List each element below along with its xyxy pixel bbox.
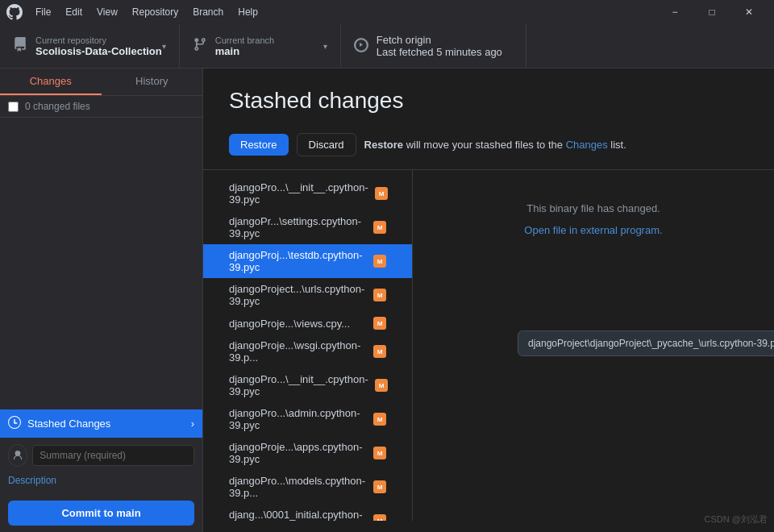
file-badge: M [375,379,388,392]
file-badge: M [373,345,386,358]
discard-button[interactable]: Discard [297,133,356,156]
binary-text: This binary file has changed. [429,202,758,214]
menu-help[interactable]: Help [231,5,264,19]
window-controls: − □ ✕ [656,0,768,24]
current-repo-section[interactable]: Current repository Scoliosis-Data-Collec… [0,24,180,68]
file-badge: M [373,447,386,459]
file-item[interactable]: djangoProje...\apps.cpython-39.pycM [203,436,412,470]
file-badge: M [373,480,386,493]
file-badge: M [373,289,386,301]
tab-history[interactable]: History [102,69,203,95]
menu-view[interactable]: View [90,5,124,19]
maximize-button[interactable]: □ [693,0,730,24]
stash-icon [8,416,21,431]
file-badge: M [373,413,386,426]
content-header: Stashed changes [203,69,774,127]
restore-mid: will move your stashed files to the [403,139,566,151]
branch-label: Current branch [215,35,274,45]
commit-button[interactable]: Commit to main [8,501,194,526]
stash-form: Description [0,438,202,494]
main-area: Changes History 0 changed files Stashed … [0,69,774,532]
file-name: djangoProje...\views.cpy... [229,318,367,330]
file-item[interactable]: djangoProject...\urls.cpython-39.pycM [203,278,412,312]
file-name: djangoProje...\wsgi.cpython-39.p... [229,339,367,364]
changes-link: Changes [566,139,608,151]
file-item[interactable]: djangoPro...\admin.cpython-39.pycM [203,402,412,436]
tab-changes[interactable]: Changes [0,69,102,95]
page-title: Stashed changes [229,88,748,114]
open-external-link[interactable]: Open file in external program. [429,224,758,236]
svg-text:M: M [377,348,383,355]
menu-repository[interactable]: Repository [126,5,185,19]
menu-branch[interactable]: Branch [186,5,230,19]
sidebar-content [0,118,202,409]
branch-icon [193,37,207,56]
file-item[interactable]: djangoPro...\models.cpython-39.p...M [203,470,412,504]
svg-text:M: M [377,224,383,231]
restore-button[interactable]: Restore [229,134,289,156]
file-item[interactable]: djang...\0001_initial.cpython-39.pycM [203,504,412,521]
file-name: djangoPro...\models.cpython-39.p... [229,475,367,499]
fetch-label: Fetch origin [377,34,502,46]
watermark: CSDN @刘泓君 [705,513,768,526]
repo-name: Scoliosis-Data-Collection [35,45,162,57]
toolbar: Current repository Scoliosis-Data-Collec… [0,24,774,69]
restore-post: list. [608,139,626,151]
file-item[interactable]: djangoProje...\wsgi.cpython-39.p...M [203,335,412,368]
branch-chevron-icon: ▾ [323,42,327,51]
stashed-changes-label: Stashed Changes [27,418,110,430]
file-item[interactable]: djangoProje...\views.cpy...M [203,312,412,335]
file-name: djangoPro...\__init__.cpython-39.pyc [229,181,368,206]
open-external-anchor[interactable]: Open file in external program. [524,224,662,236]
file-badge: M [373,221,386,234]
file-name: djangoProj...\testdb.cpython-39.pyc [229,249,367,273]
avatar [8,444,27,467]
file-name: djangoProject...\urls.cpython-39.pyc [229,283,367,307]
menu-edit[interactable]: Edit [59,5,89,19]
file-item[interactable]: djangoPro...\__init__.cpython-39.pycM [203,368,412,402]
restore-bold: Restore [364,139,403,151]
app-logo [6,4,23,20]
minimize-button[interactable]: − [656,0,693,24]
sidebar-tabs: Changes History [0,69,202,96]
titlebar: File Edit View Repository Branch Help − … [0,0,774,24]
repo-label: Current repository [35,35,162,45]
restore-description: Restore will move your stashed files to … [364,139,626,151]
svg-text:M: M [377,258,383,265]
file-list: djangoPro...\__init__.cpython-39.pycMdja… [203,170,412,521]
file-name: djangoPr...\settings.cpython-39.pyc [229,215,367,239]
stash-chevron-icon: › [191,418,194,430]
description-link[interactable]: Description [8,473,194,488]
svg-text:M: M [377,416,383,423]
file-name: djang...\0001_initial.cpython-39.pyc [229,509,367,521]
file-badge: M [373,255,386,268]
select-all-checkbox[interactable] [8,102,19,112]
stashed-changes-section[interactable]: Stashed Changes › [0,409,202,438]
file-name: djangoPro...\__init__.cpython-39.pyc [229,373,368,397]
file-badge: M [375,187,388,200]
svg-text:M: M [377,320,383,327]
svg-text:M: M [377,292,383,299]
svg-text:M: M [377,450,383,457]
changed-files-header: 0 changed files [0,96,202,118]
current-branch-section[interactable]: Current branch main ▾ [180,24,341,68]
repo-chevron-icon: ▾ [162,42,166,51]
close-button[interactable]: ✕ [730,0,768,24]
file-item[interactable]: djangoPro...\__init__.cpython-39.pycM [203,177,412,210]
restore-bar: Restore Discard Restore will move your s… [203,127,774,170]
summary-input[interactable] [32,445,194,466]
sidebar: Changes History 0 changed files Stashed … [0,69,203,532]
changed-files-count: 0 changed files [25,101,90,112]
menu-file[interactable]: File [29,5,57,19]
content-panel: Stashed changes Restore Discard Restore … [203,69,774,532]
fetch-sub: Last fetched 5 minutes ago [377,46,502,58]
file-item[interactable]: djangoProj...\testdb.cpython-39.pycM [203,244,412,278]
fetch-icon [354,38,368,55]
file-item[interactable]: djangoPr...\settings.cpython-39.pycM [203,210,412,244]
svg-text:M: M [377,517,383,521]
fetch-origin-section[interactable]: Fetch origin Last fetched 5 minutes ago [341,24,526,68]
file-tooltip: djangoProject\djangoProject\_pycache_\ur… [518,330,774,356]
file-badge: M [373,317,386,330]
menu-bar: File Edit View Repository Branch Help [29,5,264,19]
svg-text:M: M [378,382,384,389]
